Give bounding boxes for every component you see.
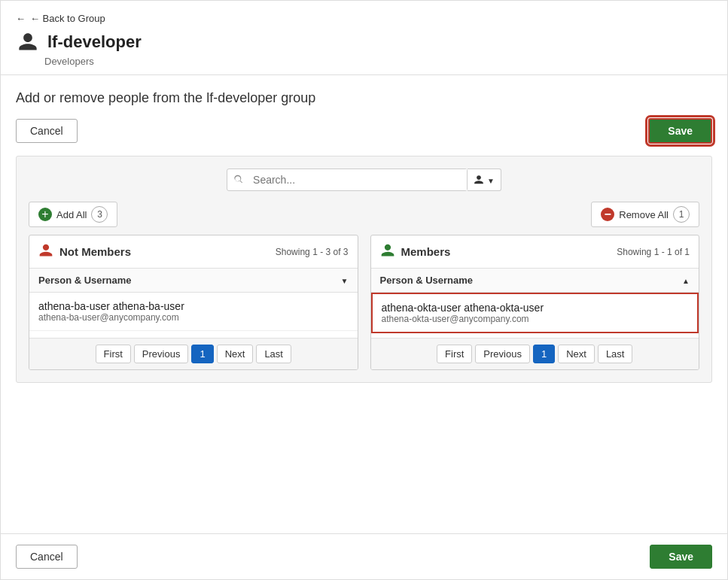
- cancel-button-top[interactable]: Cancel: [16, 119, 78, 143]
- not-members-showing: Showing 1 - 3 of 3: [276, 247, 349, 257]
- not-members-previous-button[interactable]: Previous: [134, 345, 189, 363]
- not-members-page-1-button[interactable]: 1: [191, 345, 213, 363]
- remove-all-minus-icon: −: [601, 208, 614, 221]
- members-column-header[interactable]: Person & Username: [371, 269, 699, 293]
- search-icon: [227, 170, 250, 190]
- members-sort-icon: [682, 275, 690, 286]
- not-members-item-username: athena-ba-user athena-ba-user: [38, 300, 349, 312]
- members-next-button[interactable]: Next: [558, 345, 595, 363]
- members-column-label: Person & Username: [380, 275, 474, 286]
- members-header: Members Showing 1 - 1 of 1: [371, 235, 699, 269]
- members-person-icon: [380, 243, 395, 260]
- not-members-column-label: Person & Username: [38, 275, 132, 286]
- group-name: lf-developer: [47, 32, 142, 52]
- not-members-last-button[interactable]: Last: [256, 345, 291, 363]
- lists-row: Not Members Showing 1 - 3 of 3 Person & …: [29, 235, 699, 370]
- filter-chevron-icon: [487, 175, 495, 186]
- save-button-bottom[interactable]: Save: [650, 545, 712, 569]
- user-filter-button[interactable]: [468, 169, 501, 191]
- search-wrapper: [227, 169, 468, 191]
- back-to-group-link[interactable]: ← ← Back to Group: [16, 13, 712, 24]
- group-avatar-icon: [16, 30, 40, 54]
- members-item-username: athena-okta-user athena-okta-user: [382, 302, 689, 314]
- back-link-label: ← Back to Group: [30, 13, 105, 24]
- save-button-top[interactable]: Save: [648, 118, 712, 144]
- page-title: Add or remove people from the lf-develop…: [16, 90, 712, 106]
- back-arrow-icon: ←: [16, 13, 26, 24]
- not-members-first-button[interactable]: First: [96, 345, 131, 363]
- members-panel: Members Showing 1 - 1 of 1 Person & User…: [370, 235, 700, 370]
- not-members-next-button[interactable]: Next: [217, 345, 254, 363]
- group-subtitle: Developers: [44, 56, 712, 67]
- not-members-item[interactable]: athena-ba-user athena-ba-user athena-ba-…: [29, 293, 358, 331]
- not-members-item-email: athena-ba-user@anycompany.com: [38, 312, 349, 323]
- add-all-count-badge: 3: [91, 206, 108, 223]
- not-members-list: athena-ba-user athena-ba-user athena-ba-…: [29, 293, 358, 338]
- not-members-pagination: First Previous 1 Next Last: [29, 338, 358, 369]
- members-page-1-button[interactable]: 1: [533, 345, 555, 363]
- not-members-header: Not Members Showing 1 - 3 of 3: [29, 235, 358, 269]
- add-all-label: Add All: [56, 209, 87, 220]
- not-members-panel: Not Members Showing 1 - 3 of 3 Person & …: [29, 235, 358, 370]
- not-members-title: Not Members: [59, 245, 270, 258]
- members-list: athena-okta-user athena-okta-user athena…: [371, 293, 699, 338]
- search-row: [29, 169, 699, 191]
- not-members-sort-icon: [341, 275, 349, 286]
- bottom-action-bar: Cancel Save: [1, 533, 727, 579]
- members-first-button[interactable]: First: [437, 345, 472, 363]
- add-all-plus-icon: +: [38, 208, 52, 221]
- members-previous-button[interactable]: Previous: [475, 345, 530, 363]
- members-showing: Showing 1 - 1 of 1: [617, 247, 690, 257]
- members-item[interactable]: athena-okta-user athena-okta-user athena…: [371, 293, 699, 333]
- remove-all-label: Remove All: [619, 209, 669, 220]
- members-last-button[interactable]: Last: [598, 345, 633, 363]
- add-all-button[interactable]: + Add All 3: [29, 202, 117, 227]
- not-members-column-header[interactable]: Person & Username: [29, 269, 358, 293]
- members-item-email: athena-okta-user@anycompany.com: [382, 314, 689, 324]
- members-pagination: First Previous 1 Next Last: [371, 338, 699, 369]
- bulk-actions-row: + Add All 3 − Remove All 1: [29, 202, 699, 227]
- top-action-bar: Cancel Save: [16, 118, 712, 144]
- remove-all-button[interactable]: − Remove All 1: [591, 202, 699, 227]
- cancel-button-bottom[interactable]: Cancel: [16, 545, 78, 569]
- transfer-widget: + Add All 3 − Remove All 1: [16, 156, 712, 383]
- not-members-person-icon: [38, 243, 53, 260]
- members-title: Members: [401, 245, 611, 258]
- search-input[interactable]: [250, 169, 467, 190]
- remove-all-count-badge: 1: [673, 206, 690, 223]
